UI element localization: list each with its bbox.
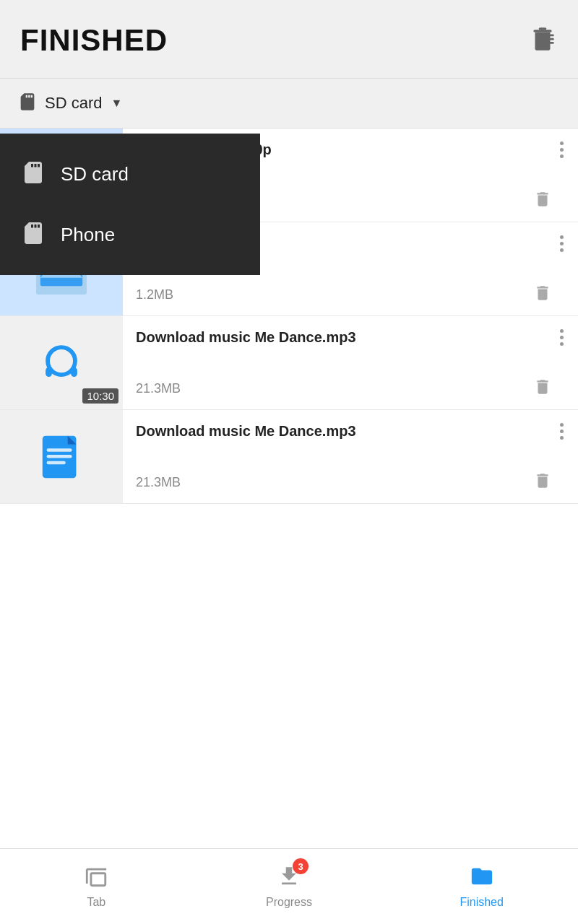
svg-rect-12 <box>46 367 52 376</box>
more-options-button-4[interactable] <box>556 422 568 441</box>
item-size-4: 21.3MB <box>136 475 181 490</box>
dropdown-item-phone[interactable]: Phone <box>0 204 260 265</box>
delete-button-4[interactable] <box>533 471 552 493</box>
progress-badge: 3 <box>293 858 309 874</box>
delete-all-button[interactable] <box>527 25 558 56</box>
item-size-2: 1.2MB <box>136 287 173 302</box>
sd-card-option-icon <box>20 160 46 188</box>
nav-item-progress[interactable]: 3 Progress <box>193 864 386 909</box>
svg-rect-2 <box>546 35 554 37</box>
svg-rect-16 <box>47 455 72 458</box>
delete-button-1[interactable] <box>533 190 552 212</box>
item-size-3: 21.3MB <box>136 381 181 396</box>
nav-item-tab[interactable]: Tab <box>0 864 193 909</box>
finished-icon <box>470 864 494 892</box>
item-body-4: Download music Me Dance.mp3 21.3MB <box>123 410 578 503</box>
item-title-3: Download music Me Dance.mp3 <box>136 328 556 346</box>
sdcard-option-label: SD card <box>61 163 129 186</box>
item-body-3: Download music Me Dance.mp3 21.3MB <box>123 316 578 409</box>
progress-nav-label: Progress <box>266 896 312 909</box>
svg-rect-17 <box>47 461 66 463</box>
item-title-4: Download music Me Dance.mp3 <box>136 422 556 440</box>
finished-nav-label: Finished <box>460 896 503 909</box>
svg-rect-15 <box>47 448 72 451</box>
svg-rect-13 <box>71 367 77 376</box>
bottom-navigation: Tab 3 Progress Finished <box>0 848 578 924</box>
item-actions-1 <box>533 190 568 212</box>
sd-card-icon <box>17 92 38 115</box>
item-actions-2 <box>533 284 568 305</box>
storage-label: SD card <box>45 94 102 113</box>
audio-thumb-icon <box>36 338 87 388</box>
more-options-button-2[interactable] <box>556 234 568 253</box>
svg-rect-1 <box>539 27 547 30</box>
delete-all-icon <box>527 25 558 56</box>
item-thumbnail-4 <box>0 410 123 503</box>
duration-badge-3: 10:30 <box>82 388 118 404</box>
item-actions-3 <box>533 378 568 399</box>
app-header: FINISHED <box>0 0 578 79</box>
tab-icon <box>84 864 108 892</box>
svg-rect-3 <box>546 38 554 40</box>
nav-item-finished[interactable]: Finished <box>385 864 578 909</box>
dropdown-item-sdcard[interactable]: SD card <box>0 144 260 204</box>
storage-dropdown: SD card Phone <box>0 134 260 275</box>
svg-rect-0 <box>533 30 551 32</box>
chevron-down-icon: ▼ <box>111 97 122 110</box>
phone-option-label: Phone <box>61 224 115 246</box>
page-title: FINISHED <box>20 23 168 58</box>
more-options-button-1[interactable] <box>556 140 568 160</box>
item-thumbnail-3: 10:30 <box>0 316 123 409</box>
svg-rect-4 <box>546 42 554 44</box>
tab-nav-label: Tab <box>87 896 105 909</box>
list-item: 10:30 Download music Me Dance.mp3 21.3MB <box>0 316 578 410</box>
item-actions-4 <box>533 471 568 493</box>
list-item: Download music Me Dance.mp3 21.3MB <box>0 410 578 504</box>
storage-selector[interactable]: SD card ▼ <box>0 79 578 128</box>
document-thumb-icon <box>36 432 87 482</box>
delete-button-2[interactable] <box>533 284 552 305</box>
delete-button-3[interactable] <box>533 378 552 399</box>
more-options-button-3[interactable] <box>556 328 568 347</box>
phone-option-icon <box>20 220 46 249</box>
